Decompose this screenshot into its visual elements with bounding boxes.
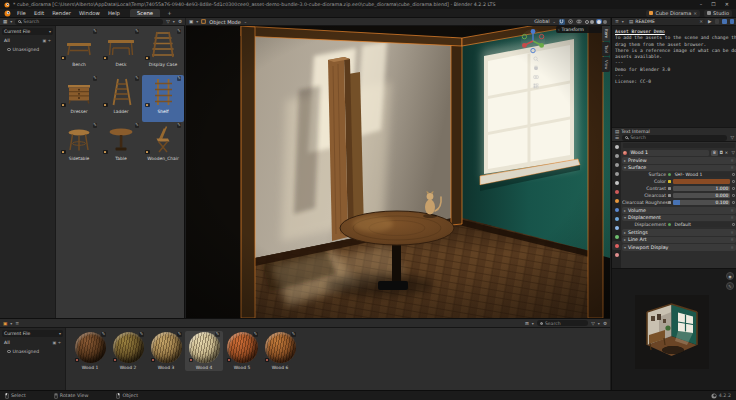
edit-asset-icon[interactable]: ✎ bbox=[177, 29, 181, 34]
edit-asset-icon[interactable]: ✎ bbox=[93, 123, 97, 128]
menu-item[interactable]: Edit bbox=[33, 10, 45, 16]
edit-asset-icon[interactable]: ✎ bbox=[135, 76, 139, 81]
sidebar-tab[interactable]: View bbox=[602, 57, 610, 73]
edit-asset-icon[interactable]: ✎ bbox=[135, 29, 139, 34]
edit-asset-icon[interactable]: ✎ bbox=[135, 123, 139, 128]
image-options-icon[interactable]: ◉ bbox=[726, 272, 734, 280]
new-catalog-icon[interactable]: ▣ + bbox=[53, 340, 61, 345]
asset-search[interactable] bbox=[15, 19, 163, 25]
edit-material-icon[interactable]: ✎ bbox=[139, 332, 143, 337]
pan-tool-icon[interactable] bbox=[533, 65, 539, 71]
syntax-highlight-toggle[interactable] bbox=[730, 19, 735, 24]
text-editor-content[interactable]: Asset Browser DemoTo add the assets to t… bbox=[612, 26, 736, 127]
panel-preview[interactable]: ▸Preview⠿ bbox=[622, 157, 736, 164]
asset-card[interactable]: ✎ Dresser bbox=[58, 75, 100, 122]
navigation-gizmo[interactable] bbox=[520, 28, 546, 54]
gear-icon[interactable]: ⚙ bbox=[603, 321, 607, 326]
material-card[interactable]: ✎ Wood 3 bbox=[147, 331, 185, 371]
close-text-icon[interactable]: × bbox=[699, 19, 703, 24]
shelf-menu-icon[interactable]: ≡ bbox=[15, 321, 19, 326]
solid-shading-button[interactable] bbox=[590, 20, 594, 24]
sidebar-tab[interactable]: Item bbox=[602, 26, 610, 41]
properties-editor-icon[interactable]: ☰ bbox=[615, 135, 619, 140]
minimize-button[interactable]: – bbox=[697, 0, 706, 9]
display-size-icon[interactable]: ⊞ bbox=[525, 321, 529, 326]
animate-dot-icon[interactable] bbox=[732, 173, 735, 176]
asset-card[interactable]: ✎ Sidetable bbox=[58, 122, 100, 169]
asset-card[interactable]: ✎ Wooden_Chair bbox=[142, 122, 184, 169]
properties-search[interactable] bbox=[622, 135, 727, 141]
material-card[interactable]: ✎ Wood 6 bbox=[261, 331, 299, 371]
properties-tab[interactable] bbox=[612, 160, 621, 169]
viewport-editor-icon[interactable]: ▣ bbox=[189, 19, 193, 24]
properties-tab[interactable] bbox=[612, 196, 621, 205]
wireframe-shading-button[interactable] bbox=[585, 20, 589, 24]
maximize-button[interactable]: ☐ bbox=[708, 0, 718, 9]
clearcoat-field[interactable]: 0.000 bbox=[673, 193, 731, 199]
image-pin-icon[interactable]: ✎ bbox=[726, 282, 734, 290]
edit-material-icon[interactable]: ✎ bbox=[177, 332, 181, 337]
edit-material-icon[interactable]: ✎ bbox=[101, 332, 105, 337]
properties-tab[interactable] bbox=[612, 205, 621, 214]
overlays-icon[interactable] bbox=[576, 19, 582, 24]
contrast-field[interactable]: 1.000 bbox=[673, 186, 731, 192]
properties-tab[interactable] bbox=[612, 250, 621, 259]
animate-dot-icon[interactable] bbox=[732, 187, 735, 190]
material-name-field[interactable]: Wood 1 bbox=[629, 150, 710, 156]
ortho-toggle-icon[interactable] bbox=[533, 83, 539, 89]
text-datablock[interactable]: ▤ README × bbox=[627, 19, 705, 25]
edit-material-icon[interactable]: ✎ bbox=[215, 332, 219, 337]
material-card[interactable]: ✎ Wood 4 bbox=[185, 331, 223, 371]
3d-viewport[interactable]: ▣▾ Object Mode ⌄ Global ⌄ bbox=[186, 18, 610, 318]
asset-source-select[interactable]: Current File▾ bbox=[2, 28, 53, 35]
workspace-tab-scene[interactable]: Scene bbox=[130, 9, 160, 17]
line-numbers-toggle[interactable] bbox=[715, 19, 720, 24]
properties-tab[interactable] bbox=[612, 187, 621, 196]
filter-icon[interactable]: ▽ bbox=[730, 135, 734, 140]
edit-asset-icon[interactable]: ✎ bbox=[177, 76, 181, 81]
edit-material-icon[interactable]: ✎ bbox=[253, 332, 257, 337]
3d-viewport-scene[interactable] bbox=[186, 26, 610, 318]
unlink-material-icon[interactable]: × bbox=[724, 150, 728, 155]
material-card[interactable]: ✎ Wood 5 bbox=[223, 331, 261, 371]
asset-card[interactable]: ✎ Table bbox=[100, 122, 142, 169]
camera-view-icon[interactable] bbox=[533, 74, 539, 80]
properties-tab[interactable] bbox=[612, 151, 621, 160]
close-button[interactable]: ✕ bbox=[722, 0, 732, 9]
menu-item[interactable]: Window bbox=[78, 10, 101, 16]
title-bar[interactable]: * cube_diorama [C:\Users\Alberto\AppData… bbox=[0, 0, 736, 9]
shelf-source-select[interactable]: Current File▾ bbox=[2, 330, 63, 337]
image-editor[interactable]: ◉ ✎ bbox=[612, 268, 736, 390]
zoom-tool-icon[interactable] bbox=[533, 56, 539, 62]
menu-item[interactable]: Help bbox=[107, 10, 121, 16]
menu-item[interactable]: Render bbox=[51, 10, 72, 16]
catalog-item-unassigned[interactable]: Unassigned bbox=[2, 46, 53, 53]
edit-material-icon[interactable]: ✎ bbox=[291, 332, 295, 337]
panel-line-art[interactable]: ▸Line Art⠿ bbox=[622, 237, 736, 244]
sidebar-tab[interactable]: Tool bbox=[602, 42, 610, 56]
animate-dot-icon[interactable] bbox=[732, 180, 735, 183]
asset-card[interactable]: ✎ Ladder bbox=[100, 75, 142, 122]
material-slots-list[interactable] bbox=[623, 143, 735, 148]
properties-tab[interactable] bbox=[612, 169, 621, 178]
material-preview-button[interactable] bbox=[596, 19, 602, 25]
scene-selector[interactable]: Cube Diorama × bbox=[646, 10, 700, 17]
panel-viewport-display[interactable]: ▾Viewport Display⠿ bbox=[622, 244, 736, 251]
asset-shelf-icon[interactable]: ▣ bbox=[3, 321, 7, 326]
material-card[interactable]: ✎ Wood 2 bbox=[109, 331, 147, 371]
animate-dot-icon[interactable] bbox=[732, 223, 735, 226]
displacement-select[interactable]: Default bbox=[673, 222, 731, 228]
clearcoat-roughness-slider[interactable]: 0.100 bbox=[673, 200, 731, 206]
unlink-scene-icon[interactable]: × bbox=[693, 11, 697, 16]
asset-card[interactable]: ✎ Desk bbox=[100, 28, 142, 75]
transform-panel-header[interactable]: ‹ Transform bbox=[556, 26, 602, 33]
new-catalog-icon[interactable]: ▣ + bbox=[43, 38, 51, 43]
catalog-item-all[interactable]: All ▣ + bbox=[2, 37, 53, 44]
menu-item[interactable]: File bbox=[16, 10, 27, 16]
panel-volume[interactable]: ▸Volume⠿ bbox=[622, 207, 736, 214]
properties-search-input[interactable] bbox=[630, 135, 724, 140]
edit-asset-icon[interactable]: ✎ bbox=[93, 29, 97, 34]
filter-icon[interactable]: ▽ bbox=[591, 321, 595, 326]
catalog-item-unassigned[interactable]: Unassigned bbox=[2, 348, 63, 355]
text-editor-icon[interactable]: ≡ bbox=[615, 19, 619, 24]
